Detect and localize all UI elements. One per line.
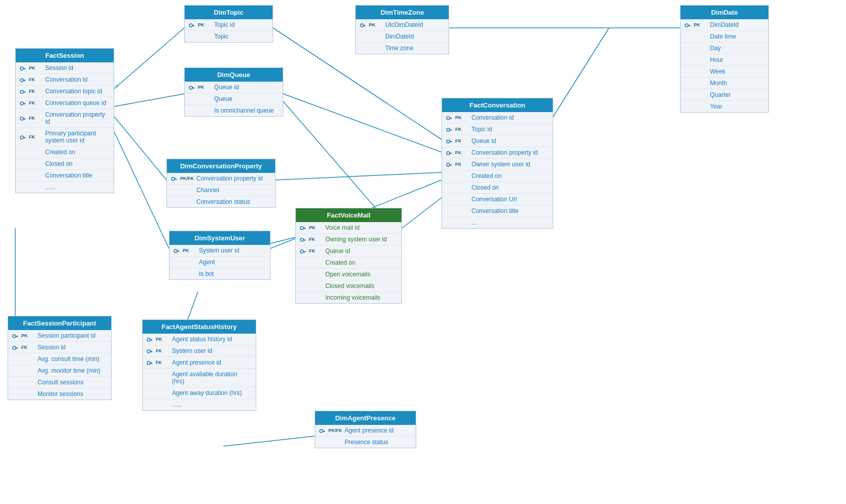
row-label: Session id [45,64,73,71]
key-badge: PK [29,65,43,70]
key-icon [20,99,27,106]
row-label: Created on [45,149,75,156]
key-badge: FK [455,127,469,132]
table-dimdate: DimDatePKDimDateIdDate timeDayHourWeekMo… [680,5,769,113]
row-label: Is omnichannel queue [214,107,274,114]
table-row: ...... [16,182,114,193]
row-label: Voice mail id [325,224,359,231]
table-row: Quarter [681,89,768,101]
table-row: PKSession participant id [8,330,111,342]
table-row: PKTopic id [185,19,273,31]
row-label: Month [710,80,727,87]
table-factvoicemail: FactVoiceMailPKVoice mail idFKOwning sys… [295,208,402,304]
row-label: Quarter [710,91,731,98]
svg-point-82 [174,249,177,253]
svg-point-98 [13,335,16,338]
key-icon [147,347,154,354]
table-dimtopic: DimTopicPKTopic idTopic [184,5,273,43]
table-row: Time zone [356,43,449,54]
row-label: System user id [172,347,212,354]
table-row: Hour [681,54,768,66]
svg-text:o: o [116,83,118,88]
row-label: Primary participant system user id [45,130,109,144]
row-label: Channel [196,187,219,194]
key-icon [319,427,326,434]
row-label: Conversation property id [471,149,538,156]
table-dimtimezone: DimTimeZonePKUtcDimDateIdDimDateIdTime z… [355,5,449,54]
table-dimconversationproperty: DimConversationPropertyPK/FKConversation… [166,159,276,208]
key-icon [20,88,27,95]
table-header-dimtimezone: DimTimeZone [356,6,449,19]
table-dimsystemuser: DimSystemUserPKSystem user idAgentIs bot [169,231,270,280]
svg-point-30 [20,67,23,70]
row-label: Topic id [214,21,235,28]
svg-point-74 [447,163,450,166]
row-label: Owner system user id [471,161,530,168]
row-label: Agent presence id [345,427,394,434]
row-label: Presence status [345,439,388,446]
row-label: Conversation Url [471,196,517,203]
key-icon [12,332,19,339]
row-label: Conversation title [45,172,92,179]
svg-point-94 [300,250,303,253]
key-badge: PK [21,333,36,338]
row-label: Agent presence id [172,359,221,366]
table-factsessionparticipant: FactSessionParticipantPKSession particip… [8,316,112,400]
table-header-dimagentpresence: DimAgentPresence [315,411,416,425]
table-row: ... [442,217,553,228]
table-row: ...... [143,399,256,410]
svg-point-86 [300,227,303,230]
table-row: Created on [442,170,553,182]
table-dimagentpresence: DimAgentPresencePK/FKAgent presence idPr… [315,411,416,448]
row-label: Year [710,103,722,110]
svg-line-10 [553,28,609,117]
row-label: Owning system user id [325,236,387,243]
key-icon [20,133,27,140]
table-row: FKSystem user id [143,345,256,357]
row-label: Conversation status [196,198,250,205]
key-badge: FK [455,138,469,143]
table-row: Is bot [170,268,270,279]
key-icon [685,21,692,28]
key-badge: FK [309,248,323,254]
row-label: Agent [199,259,215,266]
svg-point-90 [300,238,303,241]
key-icon [12,344,19,351]
row-label: Created on [325,259,355,266]
key-badge: FK [29,77,43,82]
svg-line-13 [402,198,442,228]
row-label: Avg. monitor time (min) [38,367,100,374]
key-badge: PK [369,22,383,27]
key-icon [300,247,307,255]
svg-line-3 [114,117,166,180]
key-badge: FK [29,134,43,139]
table-row: Avg. consult time (min) [8,353,111,365]
table-row: Closed on [16,158,114,170]
row-label: Topic id [471,126,492,133]
row-label: Topic [214,33,228,40]
key-badge: FK [29,116,43,121]
row-label: Created on [471,172,501,179]
table-row: FKConversation id [16,74,114,86]
row-label: Queue [214,95,232,102]
table-row: Created on [16,147,114,158]
row-label: Agent away duration (hrs) [172,389,242,397]
key-badge: FK [29,89,43,94]
row-label: Session id [38,344,65,351]
key-badge: FK [455,162,469,167]
row-label: Conversation title [471,207,519,214]
key-badge: PK/FK [328,428,343,433]
key-icon [446,137,453,145]
table-row: Incoming voicemails [296,292,401,303]
table-header-dimtopic: DimTopic [185,6,273,19]
svg-point-58 [447,117,450,120]
table-row: Closed voicemails [296,280,401,292]
table-row: DimDateId [356,31,449,43]
row-label: ...... [45,184,55,191]
table-row: FKPrimary participant system user id [16,128,114,147]
key-badge: FK [21,345,36,350]
table-header-factagentstatushistory: FactAgentStatusHistory [143,320,256,334]
key-icon [20,76,27,83]
row-label: Avg. consult time (min) [38,355,99,363]
table-row: FKTopic id [442,124,553,135]
